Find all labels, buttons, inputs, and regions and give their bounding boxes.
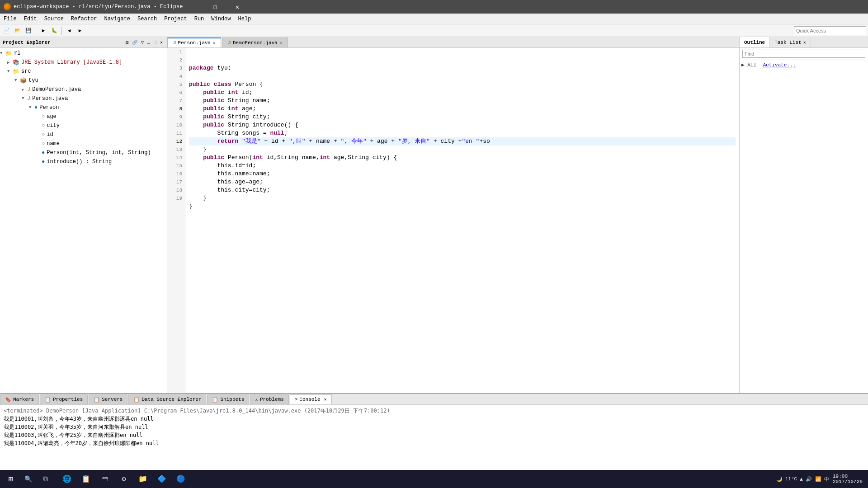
taskbar-app-6[interactable]: 🔷	[153, 470, 171, 488]
taskbar-app-3[interactable]: 🗃	[96, 470, 114, 488]
menu-item-refactor[interactable]: Refactor	[67, 14, 101, 24]
tree-item-PersonCtor[interactable]: ●Person(int, String, int, String)	[0, 148, 167, 157]
tree-item-name[interactable]: ○name	[0, 139, 167, 148]
tree-item-PersonClass[interactable]: ▼●Person	[0, 103, 167, 112]
menu-item-file[interactable]: File	[0, 14, 20, 24]
close-explorer-button[interactable]: ✕	[159, 39, 164, 46]
expand-icon-jre: ▶	[7, 60, 13, 65]
taskbar-app-1[interactable]: 🌐	[58, 470, 76, 488]
tree-item-DemoPerson[interactable]: ▶JDemoPerson.java	[0, 85, 167, 94]
window-controls: — ❐ ✕	[183, 0, 247, 14]
code-editor[interactable]: package tyu; public class Person { publi…	[185, 48, 739, 393]
editor-tabs: JPerson.java✕JDemoPerson.java✕	[167, 37, 739, 48]
toolbar-prev-button[interactable]: ◀	[64, 26, 74, 36]
menu-item-run[interactable]: Run	[191, 14, 208, 24]
tab-close-button[interactable]: ✕	[212, 40, 215, 46]
toolbar-new-button[interactable]: 📄	[2, 26, 12, 36]
token: tyu;	[214, 64, 231, 72]
tree-item-age[interactable]: ○age	[0, 112, 167, 121]
tree-label-rl: rl	[14, 50, 20, 56]
link-with-editor-button[interactable]: 🔗	[131, 39, 139, 46]
quick-access-input[interactable]	[794, 26, 866, 35]
bottom-tab-console[interactable]: >Console✕	[290, 394, 332, 404]
system-tray: 🌙 11°C ▲ 🔊 📶 中	[776, 476, 829, 483]
taskbar-app-5[interactable]: 📁	[134, 470, 152, 488]
line-number-19: 19	[167, 194, 185, 202]
token: int	[252, 154, 263, 162]
project-explorer-header: Project Explorer ⊟ 🔗 ▽ _ □ ✕	[0, 37, 167, 48]
tree-item-rl[interactable]: ▼📁rl	[0, 49, 167, 58]
code-line-16: this.city=city;	[189, 186, 736, 194]
tree-item-city[interactable]: ○city	[0, 121, 167, 130]
bottom-tab-icon: ⚠	[255, 397, 258, 403]
minimize-button[interactable]: —	[183, 0, 203, 14]
menu-item-help[interactable]: Help	[235, 14, 255, 24]
task-view-button[interactable]: ⧉	[36, 470, 54, 488]
taskbar-app-7[interactable]: 🔵	[172, 470, 190, 488]
all-label[interactable]: ▶ All	[741, 62, 756, 68]
explorer-menu-button[interactable]: ▽	[140, 39, 145, 46]
outline-tab[interactable]: Outline	[740, 37, 770, 47]
taskbar-app-2[interactable]: 📋	[77, 470, 95, 488]
find-input[interactable]	[742, 50, 865, 58]
search-button[interactable]: 🔍	[20, 470, 36, 488]
project-explorer-title: Project Explorer	[3, 40, 124, 45]
menu-item-window[interactable]: Window	[208, 14, 234, 24]
tree-item-jre[interactable]: ▶📚JRE System Library [JavaSE-1.8]	[0, 58, 167, 67]
toolbar-open-button[interactable]: 📂	[13, 26, 23, 36]
menu-item-source[interactable]: Source	[41, 14, 67, 24]
keyboard-lang: 中	[824, 476, 829, 483]
tab-close-button[interactable]: ✕	[279, 40, 282, 46]
expand-icon-DemoPerson: ▶	[22, 87, 27, 92]
bottom-tab-properties[interactable]: 📋Properties	[40, 394, 88, 404]
toolbar-save-button[interactable]: 💾	[24, 26, 33, 36]
task-list-close-icon[interactable]: ✕	[803, 40, 806, 45]
tree-item-PersonJava[interactable]: ▼JPerson.java	[0, 94, 167, 103]
collapse-all-button[interactable]: ⊟	[124, 39, 130, 46]
menu-item-search[interactable]: Search	[134, 14, 160, 24]
tree-label-tyu: tyu	[28, 77, 38, 84]
bottom-area: 🔖Markers📋Properties📋Servers📋Data Source …	[0, 393, 868, 470]
tree-item-introduce[interactable]: ●introduce() : String	[0, 157, 167, 166]
bottom-tab-servers[interactable]: 📋Servers	[89, 394, 127, 404]
code-line-6: public int age;	[189, 105, 736, 113]
taskbar-app-4[interactable]: ⚙	[115, 470, 133, 488]
editor-tab-DemoPerson_java[interactable]: JDemoPerson.java✕	[222, 38, 288, 47]
bottom-tab-close-button[interactable]: ✕	[324, 397, 327, 402]
menu-item-edit[interactable]: Edit	[20, 14, 41, 24]
editor-tab-Person_java[interactable]: JPerson.java✕	[167, 38, 221, 47]
token: this.id=id;	[189, 162, 256, 170]
toolbar-debug-button[interactable]: 🐛	[49, 26, 59, 36]
start-button[interactable]: ⊞	[2, 470, 20, 488]
line-number-18: 18	[167, 186, 185, 194]
bottom-tab-data-source-explorer[interactable]: 📋Data Source Explorer	[128, 394, 206, 404]
bottom-tab-snippets[interactable]: 📋Snippets	[207, 394, 249, 404]
menu-item-navigate[interactable]: Navigate	[100, 14, 134, 24]
bottom-tab-label: Properties	[53, 397, 83, 402]
right-panel: Outline Task List ✕ ▶ All Activate...	[739, 37, 868, 393]
tree-icon-id: ○	[42, 131, 45, 138]
tree-item-id[interactable]: ○id	[0, 130, 167, 139]
minimize-explorer-button[interactable]: _	[146, 39, 151, 46]
tree-item-src[interactable]: ▼📁src	[0, 67, 167, 76]
token	[210, 80, 214, 89]
code-line-1: package tyu;	[189, 64, 736, 72]
bottom-tab-problems[interactable]: ⚠Problems	[250, 394, 288, 404]
tree-label-DemoPerson: DemoPerson.java	[32, 86, 81, 93]
tree-item-tyu[interactable]: ▼📦tyu	[0, 76, 167, 85]
line-number-16: 16	[167, 170, 185, 178]
toolbar-next-button[interactable]: ▶	[75, 26, 85, 36]
close-button[interactable]: ✕	[227, 0, 247, 14]
menu-item-project[interactable]: Project	[160, 14, 190, 24]
line-number-9: 9	[167, 113, 185, 121]
editor-area: JPerson.java✕JDemoPerson.java✕ 123456789…	[167, 37, 739, 393]
maximize-button[interactable]: ❐	[205, 0, 225, 14]
console-output-line: 我是110001,叫刘备，今年43岁，来自幽州涿郡涿县en null	[4, 415, 864, 423]
maximize-explorer-button[interactable]: □	[152, 39, 158, 46]
token: return	[217, 137, 238, 145]
toolbar-run-button[interactable]: ▶	[38, 26, 48, 36]
tree-icon-rl: 📁	[5, 50, 12, 57]
task-list-tab[interactable]: Task List ✕	[770, 37, 811, 47]
bottom-tab-markers[interactable]: 🔖Markers	[0, 394, 39, 404]
activate-label[interactable]: Activate...	[763, 62, 796, 68]
